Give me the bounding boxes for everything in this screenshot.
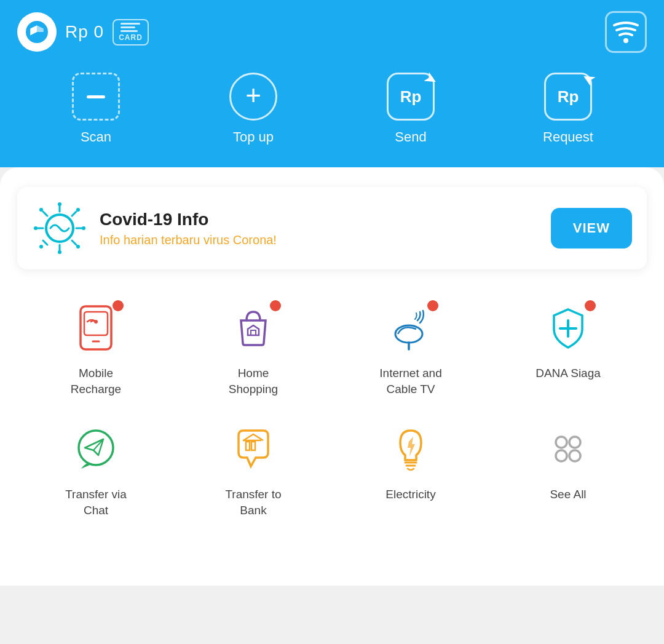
top-bar: Rp 0 CARD: [17, 11, 647, 53]
dana-siaga-label: DANA Siaga: [536, 365, 601, 381]
svg-line-17: [43, 241, 47, 245]
svg-point-38: [569, 450, 580, 461]
svg-point-1: [623, 38, 628, 43]
request-icon: Rp ➤: [544, 73, 592, 121]
covid-icon: [32, 201, 87, 256]
send-label: Send: [395, 129, 426, 145]
svg-line-15: [72, 212, 76, 216]
covid-view-button[interactable]: VIEW: [551, 208, 632, 248]
covid-subtitle: Info harian terbaru virus Corona!: [100, 233, 539, 247]
home-shopping-badge: [270, 300, 281, 311]
service-home-shopping[interactable]: HomeShopping: [175, 294, 332, 403]
svg-point-8: [34, 226, 38, 230]
app-container: Rp 0 CARD: [0, 0, 664, 586]
send-icon: Rp ➤: [387, 73, 435, 121]
topup-action[interactable]: + Top up: [216, 73, 290, 145]
svg-point-35: [556, 437, 567, 448]
transfer-chat-label: Transfer viaChat: [65, 487, 127, 518]
svg-point-10: [82, 226, 85, 230]
svg-point-37: [556, 450, 567, 461]
svg-line-13: [72, 241, 76, 245]
svg-point-4: [58, 202, 61, 206]
covid-banner[interactable]: Covid-19 Info Info harian terbaru virus …: [17, 187, 647, 269]
service-dana-siaga[interactable]: DANA Siaga: [489, 294, 647, 403]
internet-cable-badge: [427, 300, 438, 311]
service-electricity[interactable]: Electricity: [332, 415, 489, 524]
svg-point-18: [39, 245, 43, 248]
mobile-recharge-badge: [113, 300, 124, 311]
svg-rect-31: [251, 442, 255, 450]
svg-point-36: [569, 437, 580, 448]
scan-action[interactable]: Scan: [59, 73, 133, 145]
covid-title: Covid-19 Info: [100, 210, 539, 229]
svg-point-6: [58, 250, 61, 254]
scan-label: Scan: [81, 129, 111, 145]
svg-line-11: [43, 212, 47, 216]
send-action[interactable]: Rp ➤ Send: [374, 73, 448, 145]
balance-display: Rp 0: [65, 22, 104, 42]
topup-icon: +: [229, 73, 277, 121]
scan-icon: [72, 73, 120, 121]
main-card: Covid-19 Info Info harian terbaru virus …: [0, 167, 664, 586]
topup-label: Top up: [233, 129, 274, 145]
svg-point-14: [76, 245, 80, 248]
covid-text-area: Covid-19 Info Info harian terbaru virus …: [100, 210, 539, 247]
svg-rect-30: [246, 442, 250, 450]
service-internet-cable[interactable]: Internet andCable TV: [332, 294, 489, 403]
svg-point-21: [94, 320, 98, 324]
svg-point-12: [39, 208, 43, 212]
service-transfer-chat[interactable]: Transfer viaChat: [17, 415, 175, 524]
service-transfer-bank[interactable]: Transfer toBank: [175, 415, 332, 524]
transfer-bank-label: Transfer toBank: [225, 487, 281, 518]
actions-row: Scan + Top up Rp ➤ Send Rp: [17, 73, 647, 167]
service-see-all[interactable]: See All: [489, 415, 647, 524]
electricity-label: Electricity: [385, 487, 435, 503]
internet-cable-label: Internet andCable TV: [379, 365, 441, 397]
cast-button[interactable]: [605, 11, 647, 53]
service-mobile-recharge[interactable]: MobileRecharge: [17, 294, 175, 403]
top-left: Rp 0 CARD: [17, 12, 149, 52]
request-label: Request: [543, 129, 593, 145]
dana-siaga-badge: [585, 300, 596, 311]
svg-point-16: [76, 208, 80, 212]
request-action[interactable]: Rp ➤ Request: [531, 73, 605, 145]
mobile-recharge-label: MobileRecharge: [71, 365, 121, 397]
logo[interactable]: [17, 12, 57, 52]
services-grid: MobileRecharge HomeShopping: [17, 294, 647, 525]
home-shopping-label: HomeShopping: [229, 365, 278, 397]
see-all-label: See All: [550, 487, 586, 503]
card-badge[interactable]: CARD: [113, 19, 149, 46]
header: Rp 0 CARD: [0, 0, 664, 167]
card-label: CARD: [119, 33, 143, 42]
